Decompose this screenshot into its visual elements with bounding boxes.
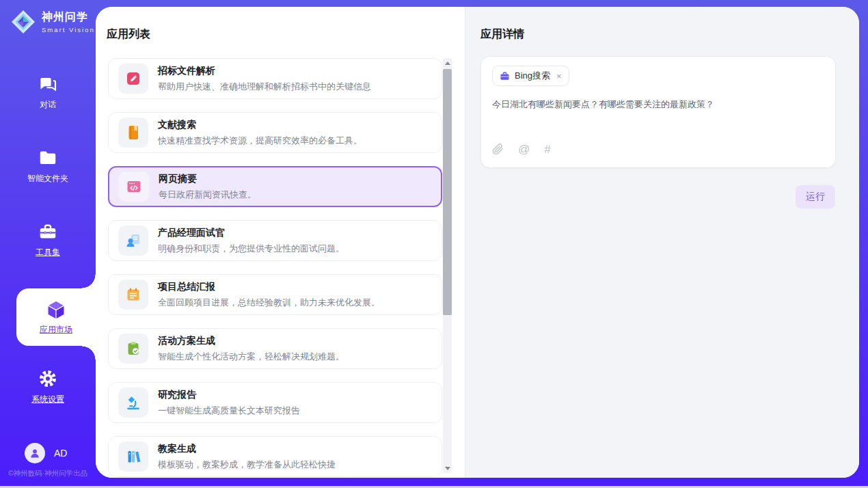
app-desc: 帮助用户快速、准确地理解和解析招标书中的关键信息 bbox=[158, 81, 371, 93]
app-desc: 明确身份和职责，为您提供专业性的面试问题。 bbox=[158, 243, 344, 255]
app-detail-panel: 应用详情 Bing搜索 × 今日湖北有哪些新闻要点？有哪些需要关注的最新政策？ … bbox=[465, 7, 859, 478]
brand-logo: 神州问学 Smart Vision bbox=[10, 8, 95, 36]
sidebar-item-label: 应用市场 bbox=[40, 324, 72, 336]
brand-subtitle: Smart Vision bbox=[42, 26, 95, 33]
sidebar-item-app-market[interactable]: 应用市场 bbox=[16, 288, 96, 346]
question-text[interactable]: 今日湖北有哪些新闻要点？有哪些需要关注的最新政策？ bbox=[492, 98, 820, 111]
cube-icon bbox=[45, 299, 67, 321]
sidebar-item-label: 系统设置 bbox=[31, 394, 64, 405]
paperclip-icon[interactable] bbox=[492, 144, 504, 155]
app-card-literature-search[interactable]: 文献搜索 快速精准查找学术资源，提高研究效率的必备工具。 bbox=[108, 112, 442, 153]
sidebar-item-label: 对话 bbox=[40, 99, 56, 111]
sidebar-item-settings[interactable]: 系统设置 bbox=[0, 368, 96, 405]
run-button[interactable]: 运行 bbox=[796, 185, 835, 208]
app-card-project-summary[interactable]: 项目总结汇报 全面回顾项目进展，总结经验教训，助力未来优化发展。 bbox=[108, 274, 442, 315]
clipboard-check-icon bbox=[125, 340, 141, 357]
note-icon bbox=[125, 286, 141, 303]
gear-icon bbox=[38, 368, 58, 389]
app-desc: 一键智能生成高质量长文本研究报告 bbox=[158, 405, 300, 417]
tool-tag-bing-search[interactable]: Bing搜索 × bbox=[492, 66, 569, 86]
hashtag-icon[interactable]: # bbox=[544, 144, 550, 155]
brand-name: 神州问学 bbox=[42, 10, 95, 25]
app-desc: 每日政府新闻资讯快查。 bbox=[159, 189, 256, 201]
sidebar-item-label: 工具集 bbox=[36, 247, 60, 258]
pen-square-icon bbox=[125, 70, 141, 87]
app-name: 教案生成 bbox=[158, 443, 336, 455]
user-account[interactable]: AD bbox=[25, 443, 67, 463]
mention-icon[interactable]: @ bbox=[518, 144, 530, 155]
arrow-down-icon bbox=[445, 467, 450, 470]
person-icon bbox=[29, 447, 41, 459]
app-card-web-summary[interactable]: 网页摘要 每日政府新闻资讯快查。 bbox=[108, 166, 442, 207]
tool-tag-label: Bing搜索 bbox=[515, 70, 550, 82]
app-desc: 快速精准查找学术资源，提高研究效率的必备工具。 bbox=[158, 135, 362, 147]
prompt-input-card[interactable]: Bing搜索 × 今日湖北有哪些新闻要点？有哪些需要关注的最新政策？ @ # bbox=[480, 56, 836, 168]
folder-icon bbox=[38, 148, 58, 168]
sidebar-item-label: 智能文件夹 bbox=[27, 173, 68, 185]
arrow-up-icon bbox=[445, 62, 450, 65]
browser-code-icon bbox=[126, 178, 142, 195]
app-desc: 模板驱动，教案秒成，教学准备从此轻松快捷 bbox=[158, 459, 336, 471]
sidebar-item-chat[interactable]: 对话 bbox=[0, 74, 96, 111]
app-name: 研究报告 bbox=[158, 389, 300, 401]
app-desc: 智能生成个性化活动方案，轻松解决规划难题。 bbox=[158, 351, 344, 363]
input-toolbar: @ # bbox=[492, 144, 551, 155]
user-name: AD bbox=[54, 448, 67, 459]
microscope-icon bbox=[125, 394, 141, 411]
app-detail-title: 应用详情 bbox=[480, 27, 524, 42]
avatar bbox=[25, 443, 45, 463]
app-card-lesson-plan[interactable]: 教案生成 模板驱动，教案秒成，教学准备从此轻松快捷 bbox=[108, 436, 442, 477]
app-name: 活动方案生成 bbox=[158, 335, 344, 347]
app-card-pm-interviewer[interactable]: 产品经理面试官 明确身份和职责，为您提供专业性的面试问题。 bbox=[108, 220, 442, 261]
diamond-logo-icon bbox=[10, 8, 37, 36]
chat-icon bbox=[38, 74, 58, 94]
app-card-tender-analysis[interactable]: 招标文件解析 帮助用户快速、准确地理解和解析招标书中的关键信息 bbox=[108, 58, 442, 99]
app-list-scrollbar[interactable] bbox=[443, 58, 452, 473]
app-card-event-plan[interactable]: 活动方案生成 智能生成个性化活动方案，轻松解决规划难题。 bbox=[108, 328, 442, 369]
app-name: 文献搜索 bbox=[158, 119, 362, 131]
app-list: 招标文件解析 帮助用户快速、准确地理解和解析招标书中的关键信息 文献搜索 快速精… bbox=[108, 58, 442, 478]
sidebar-item-smart-folder[interactable]: 智能文件夹 bbox=[0, 148, 96, 185]
bubble-notch-bottom bbox=[82, 346, 96, 360]
toolbox-icon bbox=[38, 221, 58, 242]
person-doc-icon bbox=[125, 232, 141, 249]
scroll-up-button[interactable] bbox=[443, 58, 452, 68]
briefcase-icon bbox=[500, 71, 510, 81]
app-name: 产品经理面试官 bbox=[158, 227, 344, 239]
app-list-title: 应用列表 bbox=[107, 27, 150, 42]
app-desc: 全面回顾项目进展，总结经验教训，助力未来优化发展。 bbox=[158, 297, 380, 309]
tag-close-icon[interactable]: × bbox=[556, 71, 562, 81]
app-name: 招标文件解析 bbox=[158, 65, 371, 77]
sidebar-item-toolset[interactable]: 工具集 bbox=[0, 221, 96, 258]
app-name: 网页摘要 bbox=[159, 173, 256, 185]
scrollbar-thumb[interactable] bbox=[443, 69, 452, 315]
copyright-text: ©神州数码·神州问学出品 bbox=[0, 469, 96, 478]
books-icon bbox=[125, 448, 141, 465]
app-name: 项目总结汇报 bbox=[158, 281, 380, 293]
app-list-panel: 应用列表 招标文件解析 帮助用户快速、准确地理解和解析招标书中的关键信息 bbox=[96, 7, 465, 478]
main-content: 应用列表 招标文件解析 帮助用户快速、准确地理解和解析招标书中的关键信息 bbox=[96, 7, 859, 478]
app-card-research-report[interactable]: 研究报告 一键智能生成高质量长文本研究报告 bbox=[108, 382, 442, 423]
bubble-notch-top bbox=[82, 275, 96, 288]
book-icon bbox=[125, 124, 141, 141]
sidebar: 神州问学 Smart Vision 对话 智能文件夹 工具集 bbox=[0, 0, 96, 488]
scroll-down-button[interactable] bbox=[443, 463, 452, 473]
